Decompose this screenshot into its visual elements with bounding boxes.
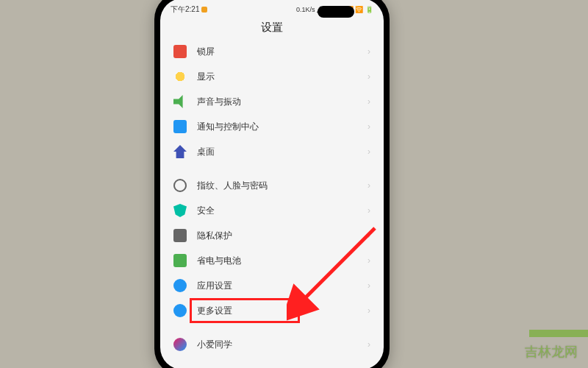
chevron-right-icon: ›: [368, 280, 370, 291]
security-icon: [173, 204, 187, 217]
chevron-right-icon: ›: [368, 96, 370, 107]
settings-item-7[interactable]: 隐私保护›: [165, 223, 379, 248]
battery-icon: [173, 254, 187, 267]
lock-icon: [201, 7, 207, 13]
chevron-right-icon: ›: [368, 146, 370, 157]
chevron-right-icon: ›: [368, 339, 370, 350]
chevron-right-icon: ›: [368, 255, 370, 266]
camera-cutout: [318, 6, 354, 18]
home-icon: [173, 145, 187, 158]
status-network: 0.1K/s: [296, 6, 315, 13]
status-time: 下午2:21: [171, 4, 199, 15]
settings-item-0[interactable]: 锁屏›: [165, 39, 379, 64]
chevron-right-icon: ›: [368, 180, 370, 191]
sound-icon: [173, 95, 187, 108]
settings-item-3[interactable]: 通知与控制中心›: [165, 114, 379, 139]
chevron-right-icon: ›: [368, 71, 370, 82]
more-settings-icon: [173, 304, 187, 317]
chevron-right-icon: ›: [368, 230, 370, 241]
settings-item-1[interactable]: 显示›: [165, 64, 379, 89]
settings-item-label: 指纹、人脸与密码: [197, 180, 368, 192]
settings-item-label: 桌面: [197, 146, 368, 158]
settings-item-8[interactable]: 省电与电池›: [165, 248, 379, 273]
settings-item-label: 安全: [197, 205, 368, 217]
settings-item-label: 显示: [197, 71, 368, 83]
app-settings-icon: [173, 279, 187, 292]
settings-item-4[interactable]: 桌面›: [165, 139, 379, 164]
settings-item-label: 声音与振动: [197, 96, 368, 108]
settings-item-5[interactable]: 指纹、人脸与密码›: [165, 173, 379, 198]
phone-bezel: 下午2:21 0.1K/s ⏅ ⚡ 📶 📶 🛜 🔋 设置 锁屏›显示›声音与振动…: [154, 0, 390, 368]
settings-list[interactable]: 锁屏›显示›声音与振动›通知与控制中心›桌面›指纹、人脸与密码›安全›隐私保护›…: [160, 39, 384, 357]
settings-item-label: 通知与控制中心: [197, 121, 368, 133]
xiaoai-icon: [173, 338, 187, 351]
settings-item-9[interactable]: 应用设置›: [165, 273, 379, 298]
settings-item-6[interactable]: 安全›: [165, 198, 379, 223]
chevron-right-icon: ›: [368, 305, 370, 316]
settings-item-label: 省电与电池: [197, 255, 368, 267]
settings-item-label: 小爱同学: [197, 339, 368, 351]
chevron-right-icon: ›: [368, 121, 370, 132]
settings-item-2[interactable]: 声音与振动›: [165, 89, 379, 114]
settings-item-label: 隐私保护: [197, 230, 368, 242]
settings-item-10[interactable]: 更多设置›: [165, 298, 379, 323]
privacy-icon: [173, 229, 187, 242]
settings-item-label: 应用设置: [197, 280, 368, 292]
fingerprint-icon: [173, 179, 187, 192]
phone-frame: 下午2:21 0.1K/s ⏅ ⚡ 📶 📶 🛜 🔋 设置 锁屏›显示›声音与振动…: [154, 0, 390, 368]
phone-screen: 下午2:21 0.1K/s ⏅ ⚡ 📶 📶 🛜 🔋 设置 锁屏›显示›声音与振动…: [160, 0, 384, 368]
settings-item-label: 锁屏: [197, 46, 368, 58]
chevron-right-icon: ›: [368, 205, 370, 216]
lock-screen-icon: [173, 45, 187, 58]
settings-item-11[interactable]: 小爱同学›: [165, 332, 379, 357]
notification-icon: [173, 120, 187, 133]
watermark-bar: [529, 330, 588, 337]
settings-item-label: 更多设置: [197, 305, 368, 317]
page-title: 设置: [160, 18, 384, 39]
chevron-right-icon: ›: [368, 46, 370, 57]
watermark-text: 吉林龙网: [525, 343, 578, 361]
display-icon: [173, 70, 187, 83]
